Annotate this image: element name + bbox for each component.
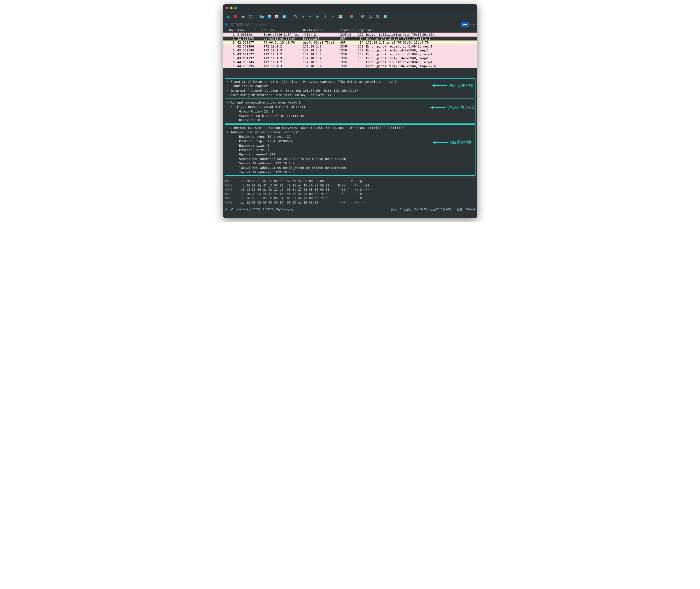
profile-name[interactable]: Default <box>466 208 475 211</box>
go-back-icon[interactable] <box>300 14 306 20</box>
packet-details-pane[interactable]: ▶Frame 2: 94 bytes on wire (752 bits), 9… <box>223 76 477 178</box>
expand-arrow-icon[interactable] <box>236 109 238 114</box>
zoom-in-icon[interactable] <box>360 14 366 20</box>
add-filter-button[interactable]: + <box>472 23 476 27</box>
packet-row[interactable]: 542.569589172.18.1.3172.18.1.2ICMP150Ech… <box>223 48 477 52</box>
packet-row[interactable]: 442.569466172.18.1.2172.18.1.3ICMP150Ech… <box>223 44 477 48</box>
tree-line[interactable]: Hardware type: Ethernet (1) <box>226 134 474 139</box>
tree-line[interactable]: Sender IP address: 172.18.1.2 <box>226 161 474 166</box>
col-source[interactable]: Source <box>262 28 302 32</box>
svg-rect-19 <box>350 17 353 17</box>
col-info[interactable]: Info <box>365 28 477 32</box>
tree-line[interactable]: ▶User Datagram Protocol, Src Port: 60766… <box>226 93 474 97</box>
col-no[interactable]: No. <box>223 28 236 32</box>
packet-bytes-pane[interactable]: 000000 00 00 01 00 06 00 50 56 bd 96 67 … <box>223 178 477 206</box>
packet-row[interactable]: 10.000000fe80::7406:5cff:fe…ff02::2ICMPv… <box>223 33 477 36</box>
filter-bar: ▾ + <box>223 21 477 28</box>
packet-row[interactable]: 342.56917776:06:5c:15:d9:78aa:4d:80:e3:7… <box>223 40 477 44</box>
tree-line[interactable]: Target IP address: 172.18.1.3 <box>226 170 474 174</box>
expand-arrow-icon[interactable] <box>236 166 238 170</box>
expand-arrow-icon[interactable]: ▶ <box>227 126 229 130</box>
packet-row[interactable]: 743.601797172.18.1.3172.18.1.2ICMP150Ech… <box>223 56 477 60</box>
packet-row[interactable]: 944.266795172.18.1.3172.18.1.2ICMP150Ech… <box>223 64 477 68</box>
expand-arrow-icon[interactable] <box>236 161 238 166</box>
restart-capture-icon[interactable] <box>240 14 246 20</box>
expand-arrow-icon[interactable] <box>236 118 238 122</box>
hex-row[interactable]: 0050ac 12 01 02 00 00 00 00 00 00 ac 12 … <box>225 200 475 205</box>
packet-row[interactable]: 844.266245172.18.1.2172.18.1.3ICMP150Ech… <box>223 60 477 64</box>
expand-arrow-icon[interactable]: ▶ <box>227 88 229 93</box>
stop-capture-icon[interactable] <box>233 14 239 20</box>
tree-line[interactable]: Protocol size: 4 <box>226 148 474 152</box>
tree-text: Protocol type: IPv4 (0x0800) <box>239 139 292 143</box>
maximize-window[interactable] <box>234 7 237 9</box>
expert-info-icon[interactable] <box>225 208 227 211</box>
edit-icon[interactable] <box>230 208 233 211</box>
main-toolbar <box>223 12 477 21</box>
hex-row[interactable]: 004008 06 00 01 08 00 06 04 00 01 aa 4d … <box>225 196 475 200</box>
expand-arrow-icon[interactable]: ▶ <box>227 84 229 88</box>
apply-filter-button[interactable] <box>461 22 469 27</box>
expand-arrow-icon[interactable]: ▶ <box>227 93 229 97</box>
expand-arrow-icon[interactable]: ▶ <box>227 79 229 84</box>
expand-arrow-icon[interactable]: ▶ <box>231 105 233 109</box>
close-file-icon[interactable] <box>274 14 280 20</box>
colorize-icon[interactable] <box>348 14 355 20</box>
packet-row[interactable]: 242.568979aa:4d:80:e3:75:e0BroadcastARP9… <box>223 36 477 40</box>
auto-scroll-icon[interactable] <box>337 14 343 20</box>
tree-line[interactable]: Reserved: 0 <box>226 118 474 122</box>
bookmark-icon[interactable] <box>224 23 228 27</box>
svg-rect-18 <box>350 16 353 17</box>
svg-rect-5 <box>268 16 269 16</box>
go-to-packet-icon[interactable] <box>315 14 321 20</box>
expand-arrow-icon[interactable] <box>236 143 238 148</box>
options-icon[interactable] <box>247 14 254 20</box>
expand-arrow-icon[interactable] <box>236 152 238 157</box>
packet-list[interactable]: 10.000000fe80::7406:5cff:fe…ff02::2ICMPv… <box>223 33 477 76</box>
tree-line[interactable]: Opcode: request (1) <box>226 152 474 157</box>
packet-row[interactable]: 643.601527172.18.1.2172.18.1.3ICMP150Ech… <box>223 52 477 56</box>
save-file-icon[interactable] <box>266 14 272 20</box>
tree-line[interactable]: ▼Address Resolution Protocol (request) <box>226 130 474 134</box>
expand-arrow-icon[interactable]: ▼ <box>227 130 229 134</box>
hex-row[interactable]: 000000 00 00 01 00 06 00 50 56 bd 96 67 … <box>225 179 475 183</box>
expand-arrow-icon[interactable] <box>236 139 238 143</box>
tree-line[interactable]: ▶Ethernet II, Src: aa:4d:80:e3:75:e0 (aa… <box>226 126 474 130</box>
zoom-out-icon[interactable] <box>368 14 374 20</box>
status-bar: wireshark_-_20200418163818_d8sj3X.pcapng… <box>223 206 477 213</box>
expand-arrow-icon[interactable] <box>236 157 238 161</box>
zoom-reset-icon[interactable] <box>375 14 381 20</box>
go-last-icon[interactable] <box>330 14 336 20</box>
expand-arrow-icon[interactable] <box>236 134 238 139</box>
close-window[interactable] <box>226 7 228 9</box>
col-destination[interactable]: Destination <box>302 28 339 32</box>
tree-line[interactable]: Target MAC address: 00:00:00_00:00:00 (0… <box>226 166 474 170</box>
col-time[interactable]: Time <box>236 28 262 32</box>
svg-point-2 <box>250 16 251 17</box>
svg-rect-11 <box>316 17 317 18</box>
expand-arrow-icon[interactable] <box>236 170 238 174</box>
expand-arrow-icon[interactable] <box>236 148 238 152</box>
resize-columns-icon[interactable] <box>382 14 389 20</box>
find-icon[interactable] <box>292 14 299 20</box>
go-first-icon[interactable] <box>322 14 328 20</box>
tree-line[interactable]: ▶Internet Protocol Version 4, Src: 192.1… <box>226 88 474 93</box>
tree-line[interactable]: Sender MAC address: aa:4d:80:e3:75:e0 (a… <box>226 157 474 161</box>
col-length[interactable]: Length <box>354 28 365 32</box>
display-filter-input[interactable] <box>229 22 461 27</box>
col-protocol[interactable]: Protocol <box>339 28 354 32</box>
hex-row[interactable]: 003000 00 2a 00 ff ff ff ff ff ff aa 4d … <box>225 192 475 196</box>
titlebar <box>223 4 477 12</box>
hex-row[interactable]: 001045 00 00 4e d7 d5 00 00 40 11 af 10 … <box>225 183 475 188</box>
expand-arrow-icon[interactable]: ▼ <box>227 100 229 105</box>
shark-fin-icon[interactable] <box>225 14 231 20</box>
minimize-window[interactable] <box>230 7 233 9</box>
open-file-icon[interactable] <box>259 14 265 20</box>
hex-row[interactable]: 0020c0 a8 39 36 ed 5e 12 b5 00 3a 27 53 … <box>225 188 475 192</box>
tree-line[interactable]: VXLAN Network Identifier (VNI): 42 <box>226 114 474 118</box>
filter-dropdown-icon[interactable]: ▾ <box>470 23 471 26</box>
go-forward-icon[interactable] <box>307 14 313 20</box>
expand-arrow-icon[interactable] <box>236 114 238 118</box>
tree-line[interactable]: ▼Virtual eXtensible Local Area Network <box>226 100 474 105</box>
reload-icon[interactable] <box>281 14 287 20</box>
